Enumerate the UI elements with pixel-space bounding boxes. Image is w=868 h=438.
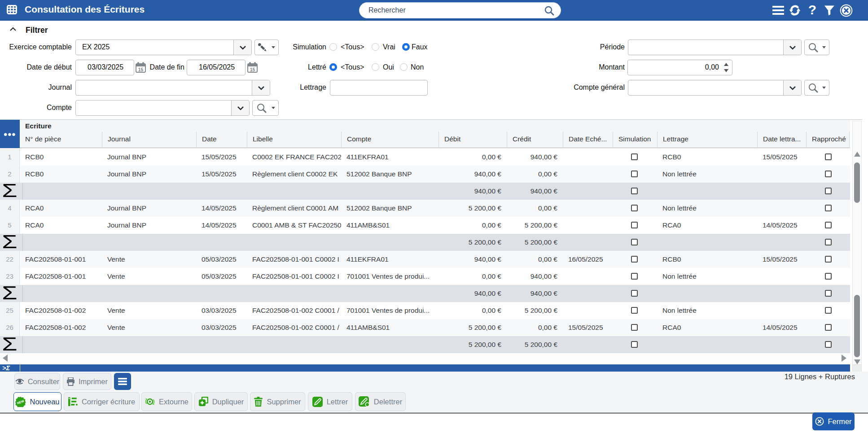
svg-text:?: ? [808,4,816,17]
